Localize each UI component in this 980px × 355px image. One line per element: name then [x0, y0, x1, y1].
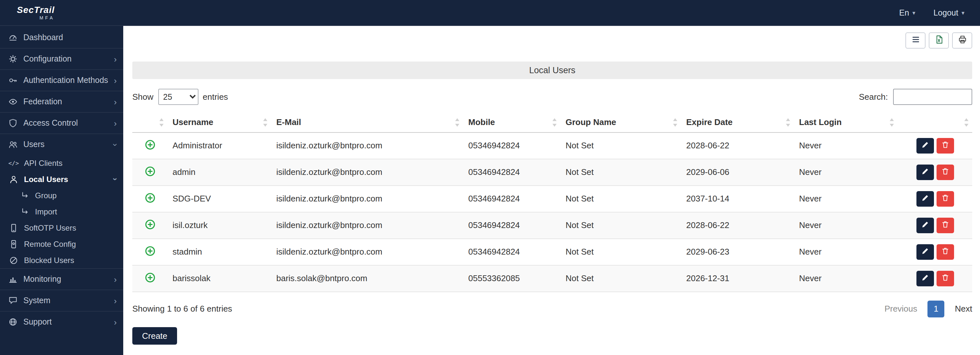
sidebar-item-system[interactable]: System › — [0, 290, 123, 311]
expand-cell — [132, 238, 167, 265]
export-toolbar — [132, 32, 972, 49]
page-length-control: Show 25 entries — [132, 89, 228, 105]
email-cell: isildeniz.ozturk@bntpro.com — [271, 185, 463, 212]
expand-row-icon[interactable] — [144, 192, 155, 203]
sidebar-item-api-clients[interactable]: </> API Clients — [0, 155, 123, 171]
expire-date-cell: 2029-06-06 — [681, 159, 794, 185]
col-header-group-name[interactable]: Group Name — [560, 113, 681, 132]
show-label: Show — [132, 92, 153, 102]
edit-user-button[interactable] — [916, 191, 934, 206]
ban-icon — [8, 255, 19, 265]
user-icon — [8, 174, 19, 184]
col-header-last-login[interactable]: Last Login — [794, 113, 897, 132]
col-header-mobile[interactable]: Mobile — [463, 113, 560, 132]
gear-icon — [8, 54, 18, 64]
search-input[interactable] — [893, 89, 972, 105]
col-header-expand[interactable] — [132, 113, 167, 132]
list-view-button[interactable] — [905, 32, 926, 49]
eye-icon — [8, 97, 18, 107]
email-cell: isildeniz.ozturk@bntpro.com — [271, 132, 463, 159]
sidebar-item-label: Group — [35, 191, 57, 200]
group-name-cell: Not Set — [560, 132, 681, 159]
pencil-icon — [921, 273, 929, 284]
edit-user-button[interactable] — [916, 217, 934, 233]
username-cell: Administrator — [167, 132, 271, 159]
brand-logo[interactable]: SecTrail MFA — [17, 5, 54, 20]
language-label: En — [899, 8, 909, 17]
sidebar-item-access-control[interactable]: Access Control › — [0, 112, 123, 133]
edit-user-button[interactable] — [916, 164, 934, 180]
last-login-cell: Never — [794, 265, 897, 292]
delete-user-button[interactable] — [936, 191, 954, 206]
delete-user-button[interactable] — [936, 164, 954, 180]
sidebar-item-label: Users — [23, 140, 45, 149]
edit-user-button[interactable] — [916, 271, 934, 286]
table-row: SDG-DEVisildeniz.ozturk@bntpro.com053469… — [132, 185, 972, 212]
sidebar-item-softotp-users[interactable]: SoftOTP Users — [0, 220, 123, 236]
sidebar-item-dashboard[interactable]: Dashboard — [0, 27, 123, 48]
page-length-select[interactable]: 25 — [158, 89, 198, 105]
sidebar-item-configuration[interactable]: Configuration › — [0, 48, 123, 69]
expand-cell — [132, 132, 167, 159]
excel-export-button[interactable] — [929, 32, 949, 49]
brand-subtitle: MFA — [17, 16, 54, 20]
username-cell: stadmin — [167, 238, 271, 265]
expand-cell — [132, 212, 167, 238]
sort-icon — [262, 118, 268, 127]
pencil-icon — [921, 220, 929, 230]
create-user-button[interactable]: Create — [132, 327, 177, 344]
table-row: isil.ozturkisildeniz.ozturk@bntpro.com05… — [132, 212, 972, 238]
sidebar-item-support[interactable]: Support › — [0, 311, 123, 332]
delete-user-button[interactable] — [936, 217, 954, 233]
sidebar-item-federation[interactable]: Federation › — [0, 91, 123, 112]
previous-page-button[interactable]: Previous — [885, 304, 917, 314]
expand-row-icon[interactable] — [144, 165, 155, 176]
sidebar-item-local-users[interactable]: Local Users › — [0, 171, 123, 187]
sidebar-item-users[interactable]: Users › — [0, 133, 123, 155]
delete-user-button[interactable] — [936, 244, 954, 260]
language-menu[interactable]: En ▾ — [899, 8, 915, 17]
expand-row-icon[interactable] — [144, 139, 155, 150]
tree-node-icon — [19, 206, 30, 217]
sidebar-item-label: Configuration — [23, 54, 72, 63]
print-button[interactable] — [952, 32, 972, 49]
globe-icon — [8, 317, 18, 327]
current-page-button[interactable]: 1 — [928, 300, 945, 317]
delete-user-button[interactable] — [936, 271, 954, 286]
sidebar-item-label: Remote Config — [24, 239, 76, 249]
chevron-down-icon: › — [111, 143, 120, 146]
last-login-cell: Never — [794, 159, 897, 185]
entries-label: entries — [203, 92, 228, 102]
sidebar-item-import[interactable]: Import — [0, 203, 123, 220]
col-header-actions[interactable] — [897, 113, 972, 132]
expand-cell — [132, 159, 167, 185]
edit-user-button[interactable] — [916, 138, 934, 153]
sidebar-item-blocked-users[interactable]: Blocked Users — [0, 252, 123, 268]
expand-row-icon[interactable] — [144, 272, 155, 283]
edit-user-button[interactable] — [916, 244, 934, 260]
sidebar-item-group[interactable]: Group — [0, 187, 123, 203]
chevron-right-icon: › — [114, 275, 117, 284]
col-header-expire-date[interactable]: Expire Date — [681, 113, 794, 132]
sidebar-item-label: Blocked Users — [24, 255, 74, 265]
sidebar-item-authentication-methods[interactable]: Authentication Methods › — [0, 69, 123, 91]
sidebar-item-label: Support — [23, 317, 52, 326]
logout-menu[interactable]: Logout ▾ — [933, 8, 964, 17]
col-header-email[interactable]: E-Mail — [271, 113, 463, 132]
sidebar-item-monitoring[interactable]: Monitoring › — [0, 268, 123, 290]
page-title: Local Users — [132, 62, 972, 79]
next-page-button[interactable]: Next — [955, 304, 972, 314]
print-icon — [958, 35, 967, 46]
sidebar-item-remote-config[interactable]: Remote Config — [0, 236, 123, 252]
table-row: barissolakbaris.solak@bntpro.com05553362… — [132, 265, 972, 292]
sidebar-item-label: SoftOTP Users — [24, 223, 76, 232]
expand-row-icon[interactable] — [144, 219, 155, 230]
sort-icon — [455, 118, 460, 127]
expand-row-icon[interactable] — [144, 245, 155, 256]
delete-user-button[interactable] — [936, 138, 954, 153]
col-header-username[interactable]: Username — [167, 113, 271, 132]
email-cell: isildeniz.ozturk@bntpro.com — [271, 238, 463, 265]
table-row: adminisildeniz.ozturk@bntpro.com05346942… — [132, 159, 972, 185]
table-footer: Showing 1 to 6 of 6 entries Previous 1 N… — [132, 300, 972, 317]
expand-cell — [132, 265, 167, 292]
